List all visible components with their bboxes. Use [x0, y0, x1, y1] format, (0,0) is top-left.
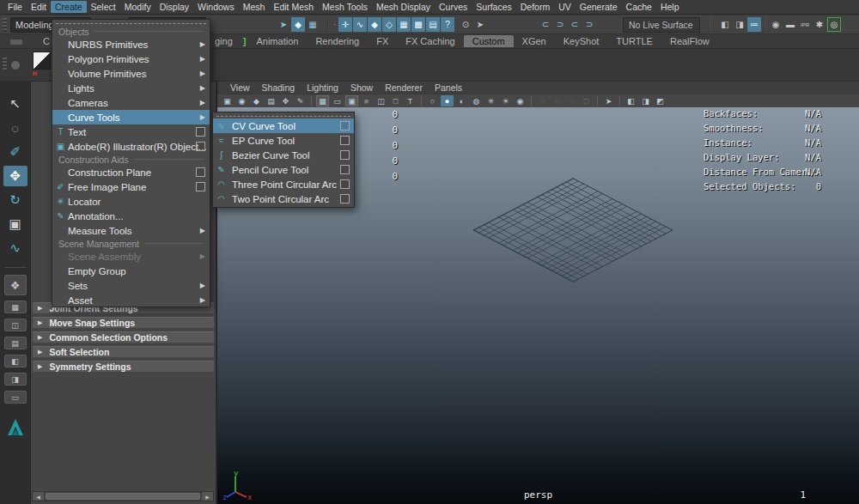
shelf-tab[interactable]: ]: [241, 35, 248, 47]
panel-toolbar-icon[interactable]: [421, 96, 422, 106]
layout-shortcut-button[interactable]: ◫: [4, 319, 27, 331]
statusline-icon[interactable]: ∿: [353, 17, 367, 32]
panel-toolbar-icon[interactable]: ◉: [235, 95, 248, 106]
menubar-item[interactable]: Windows: [193, 1, 239, 13]
statusline-icon[interactable]: ➤: [473, 17, 487, 32]
menu-item[interactable]: Scene Assembly ▶: [52, 249, 210, 264]
panel-toolbar-icon[interactable]: ✎: [294, 95, 307, 106]
menubar-item[interactable]: Edit: [27, 1, 51, 13]
statusline-icon[interactable]: ➤: [277, 17, 290, 32]
statusline-icon[interactable]: ▦: [397, 17, 411, 32]
panel-toolbar-icon[interactable]: ●: [441, 95, 454, 106]
option-box[interactable]: [340, 179, 350, 189]
option-box[interactable]: [196, 142, 205, 151]
collapsible-section-header[interactable]: ▶ Common Selection Options: [33, 331, 214, 343]
toolbox-tool-button[interactable]: ∿: [3, 238, 27, 258]
shelf-tab[interactable]: TURTLE: [607, 35, 661, 47]
menu-tearoff-handle[interactable]: [56, 20, 206, 24]
panel-menu-item[interactable]: Lighting: [301, 82, 344, 93]
option-box[interactable]: [196, 127, 205, 137]
layout-shortcut-button[interactable]: ▤: [4, 337, 27, 349]
shelf-tab[interactable]: FX: [368, 35, 397, 47]
scrollbar-thumb[interactable]: [46, 493, 200, 500]
menu-item[interactable]: Cameras ▶: [52, 95, 210, 110]
layout-shortcut-button[interactable]: ▦: [4, 301, 27, 313]
toolbox-tool-button[interactable]: ◌: [3, 118, 27, 138]
menu-item[interactable]: Construction Plane ▶: [52, 165, 210, 179]
submenu-item[interactable]: ʃ Bezier Curve Tool: [213, 148, 354, 162]
menubar-item[interactable]: Create: [51, 1, 87, 13]
horizontal-scrollbar[interactable]: ◀ ▶: [32, 491, 214, 501]
menu-item[interactable]: ✳ Locator ▶: [52, 194, 210, 209]
statusline-icon[interactable]: ▦: [306, 17, 320, 32]
submenu-item[interactable]: ◠ Two Point Circular Arc: [213, 191, 354, 206]
menubar-item[interactable]: Deform: [516, 1, 554, 13]
panel-toolbar-icon[interactable]: ▤: [265, 95, 277, 106]
shelf-tab[interactable]: KeyShot: [555, 35, 608, 47]
panel-toolbar-icon[interactable]: □: [389, 95, 402, 106]
panel-toolbar-icon[interactable]: ✳: [484, 95, 497, 106]
panel-toolbar-icon[interactable]: ◆: [250, 95, 263, 106]
menubar-item[interactable]: Help: [656, 1, 684, 13]
option-box[interactable]: [340, 165, 350, 174]
statusline-icon[interactable]: ◉: [769, 17, 783, 32]
shelf-tab[interactable]: Custom: [464, 35, 514, 47]
option-box[interactable]: [340, 194, 350, 203]
menu-item[interactable]: Construction Aids ▶: [52, 154, 210, 165]
menu-item[interactable]: Volume Primitives ▶: [52, 66, 210, 81]
statusline-icon[interactable]: ◧: [718, 17, 732, 32]
panel-toolbar-icon[interactable]: ◩: [654, 95, 667, 106]
toolbox-tool-button[interactable]: ✐: [3, 142, 27, 162]
shelf-tab[interactable]: Rendering: [307, 35, 368, 47]
scroll-right-arrow[interactable]: ▶: [202, 492, 213, 501]
panel-toolbar-icon[interactable]: ◌: [565, 95, 578, 106]
menu-item[interactable]: ✎ Annotation... ▶: [52, 209, 210, 223]
panel-toolbar-icon[interactable]: ◐: [455, 95, 468, 106]
statusline-icon[interactable]: ◨: [733, 17, 746, 32]
panel-menu-item[interactable]: Shading: [256, 82, 302, 93]
menu-item[interactable]: Sets ▶: [52, 278, 210, 293]
menu-item[interactable]: T Text ▶: [52, 124, 210, 139]
menubar-item[interactable]: Curves: [435, 1, 472, 13]
layout-shortcut-button[interactable]: ▭: [4, 391, 27, 404]
menubar-item[interactable]: Cache: [622, 1, 656, 13]
panel-menu-item[interactable]: View: [224, 82, 256, 93]
option-box[interactable]: [340, 121, 350, 131]
menu-item[interactable]: Curve Tools ▶: [52, 110, 210, 124]
menu-item[interactable]: Polygon Primitives ▶: [52, 52, 210, 66]
panel-toolbar-icon[interactable]: ■: [360, 95, 373, 106]
statusline-icon[interactable]: ✛: [338, 17, 352, 32]
statusline-icon[interactable]: ⊃: [553, 17, 567, 32]
submenu-item[interactable]: ◠ Three Point Circular Arc: [213, 177, 354, 191]
statusline-icon[interactable]: ▤: [426, 17, 440, 32]
live-surface-field[interactable]: No Live Surface: [623, 17, 700, 33]
menubar-item[interactable]: Display: [155, 1, 193, 13]
panel-toolbar-icon[interactable]: ◉: [514, 95, 527, 106]
menubar-item[interactable]: Surfaces: [472, 1, 515, 13]
statusline-icon[interactable]: ≔: [747, 17, 761, 32]
panel-toolbar-icon[interactable]: [311, 96, 312, 106]
menu-item[interactable]: ▣ Adobe(R) Illustrator(R) Object... ▶: [52, 139, 210, 154]
panel-toolbar-icon[interactable]: ◌: [536, 95, 549, 106]
statusline-icon[interactable]: ·: [332, 17, 338, 32]
menu-item[interactable]: Lights ▶: [52, 81, 210, 95]
option-box[interactable]: [340, 150, 350, 160]
toolbox-tool-button[interactable]: ✥: [3, 166, 27, 186]
menubar-item[interactable]: File: [3, 1, 27, 13]
shelf-tab-partial[interactable]: C: [43, 36, 50, 46]
layout-shortcut-button[interactable]: ◧: [4, 355, 27, 367]
toolbox-tool-button[interactable]: ▣: [3, 214, 27, 234]
menu-item[interactable]: ✐ Free Image Plane ▶: [52, 179, 210, 194]
shelf-options-button[interactable]: [11, 61, 20, 70]
statusline-icon[interactable]: ▬: [783, 17, 797, 32]
menubar-item[interactable]: Mesh Display: [372, 1, 435, 13]
menu-tearoff-handle[interactable]: [216, 112, 350, 117]
statusline-icon[interactable]: ▩: [411, 17, 425, 32]
menubar-item[interactable]: Edit Mesh: [269, 1, 318, 13]
menubar-item[interactable]: Mesh Tools: [318, 1, 372, 13]
shelf-tab[interactable]: Animation: [247, 35, 307, 47]
shelf-tab[interactable]: RealFlow: [661, 35, 718, 47]
menu-item[interactable]: Empty Group ▶: [52, 264, 210, 278]
panel-toolbar-icon[interactable]: ▣: [221, 95, 234, 106]
panel-toolbar-icon[interactable]: ◨: [639, 95, 652, 106]
